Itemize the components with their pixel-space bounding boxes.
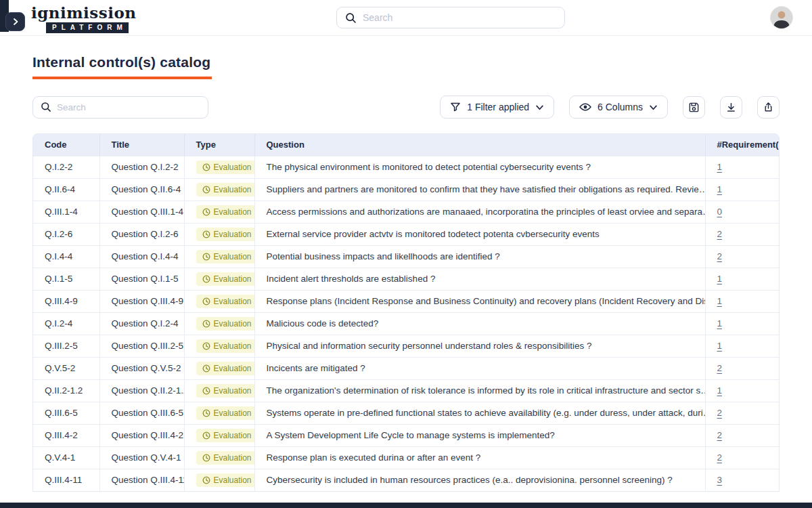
table-row[interactable]: Q.I.2-4 Question Q.I.2-4 Evaluation Mali… — [33, 312, 780, 335]
cell-code: Q.V.5-2 — [33, 357, 99, 379]
clock-icon — [202, 409, 210, 417]
chevron-right-icon — [12, 18, 20, 26]
table-row[interactable]: Q.III.4-9 Question Q.III.4-9 Evaluation … — [33, 290, 780, 312]
cell-title: Question Q.III.6-5 — [99, 402, 184, 424]
cell-requirements: 0 — [705, 200, 780, 223]
requirements-count-link[interactable]: 2 — [717, 452, 723, 463]
cell-code: Q.III.4-2 — [33, 424, 99, 446]
table-row[interactable]: Q.III.4-2 Question Q.III.4-2 Evaluation … — [33, 424, 780, 446]
requirements-count-link[interactable]: 2 — [717, 251, 723, 261]
table-row[interactable]: Q.II.2-1.2 Question Q.II.2-1.2 Evaluatio… — [33, 379, 780, 402]
requirements-count-link[interactable]: 1 — [717, 162, 723, 172]
cell-code: Q.II.2-1.2 — [33, 379, 99, 402]
clock-icon — [202, 454, 210, 462]
requirements-count-link[interactable]: 1 — [717, 296, 723, 306]
save-icon — [688, 102, 700, 113]
cell-requirements: 2 — [705, 223, 780, 245]
cell-title: Question Q.III.4-2 — [99, 424, 184, 446]
table-search[interactable] — [32, 96, 208, 119]
clock-icon — [202, 387, 210, 395]
requirements-count-link[interactable]: 0 — [717, 207, 723, 217]
evaluation-type-badge: Evaluation — [196, 250, 255, 263]
cell-title: Question Q.I.4-4 — [99, 245, 184, 268]
columns-dropdown-button[interactable]: 6 Columns — [569, 96, 668, 119]
share-export-button[interactable] — [757, 96, 780, 119]
cell-type: Evaluation — [184, 290, 254, 312]
sidebar-expand-button[interactable] — [5, 12, 25, 31]
column-header-title[interactable]: Title — [99, 134, 184, 156]
cell-code: Q.I.1-5 — [33, 268, 99, 290]
requirements-count-link[interactable]: 2 — [717, 408, 723, 418]
user-avatar[interactable] — [770, 6, 793, 29]
cell-title: Question Q.III.4-11 — [99, 469, 184, 491]
cell-question: A System Development Life Cycle to manag… — [254, 424, 705, 446]
cell-code: Q.V.4-1 — [33, 446, 99, 469]
evaluation-type-badge: Evaluation — [196, 406, 255, 420]
requirements-count-link[interactable]: 1 — [717, 274, 723, 284]
app-logo[interactable]: ignimission PLATFORM — [31, 5, 137, 33]
main-content: Internal control(s) catalog 1 Filter app… — [0, 36, 812, 492]
table-row[interactable]: Q.III.1-4 Question Q.III.1-4 Evaluation … — [33, 200, 780, 223]
download-button[interactable] — [720, 96, 742, 119]
cell-title: Question Q.I.2-6 — [99, 223, 184, 245]
share-export-icon — [763, 102, 774, 113]
requirements-count-link[interactable]: 1 — [717, 318, 723, 329]
cell-type: Evaluation — [184, 223, 254, 245]
evaluation-type-badge: Evaluation — [196, 272, 255, 286]
table-body: Q.I.2-2 Question Q.I.2-2 Evaluation The … — [33, 156, 780, 491]
clock-icon — [202, 297, 210, 305]
controls-table: Code Title Type Question #Requirement(s)… — [32, 133, 780, 492]
column-header-type[interactable]: Type — [184, 134, 254, 156]
cell-requirements: 2 — [705, 446, 780, 469]
evaluation-type-badge: Evaluation — [196, 473, 255, 487]
cell-type: Evaluation — [184, 357, 254, 379]
table-row[interactable]: Q.III.6-5 Question Q.III.6-5 Evaluation … — [33, 402, 780, 424]
cell-question: Suppliers and partners are monitored to … — [254, 178, 705, 200]
table-row[interactable]: Q.I.4-4 Question Q.I.4-4 Evaluation Pote… — [33, 245, 780, 268]
global-search[interactable] — [336, 7, 565, 28]
table-row[interactable]: Q.I.2-2 Question Q.I.2-2 Evaluation The … — [33, 156, 780, 178]
cell-title: Question Q.III.2-5 — [99, 335, 184, 357]
table-row[interactable]: Q.III.4-11 Question Q.III.4-11 Evaluatio… — [33, 469, 780, 491]
table-row[interactable]: Q.V.5-2 Question Q.V.5-2 Evaluation Inci… — [33, 357, 780, 379]
evaluation-type-badge: Evaluation — [196, 295, 255, 308]
cell-requirements: 3 — [705, 469, 780, 491]
filter-dropdown-button[interactable]: 1 Filter applied — [440, 96, 554, 119]
save-view-button[interactable] — [683, 96, 705, 119]
cell-title: Question Q.V.4-1 — [99, 446, 184, 469]
download-icon — [725, 102, 737, 113]
logo-wordmark: ignimission — [31, 5, 137, 20]
cell-type: Evaluation — [184, 268, 254, 290]
requirements-count-link[interactable]: 1 — [717, 184, 723, 194]
column-header-requirements[interactable]: #Requirement(s) — [705, 134, 780, 156]
column-header-question[interactable]: Question — [254, 134, 705, 156]
evaluation-type-badge: Evaluation — [196, 384, 255, 398]
table-row[interactable]: Q.I.1-5 Question Q.I.1-5 Evaluation Inci… — [33, 268, 780, 290]
cell-title: Question Q.V.5-2 — [99, 357, 184, 379]
column-header-code[interactable]: Code — [33, 134, 99, 156]
table-search-input[interactable] — [57, 102, 200, 112]
table-row[interactable]: Q.II.6-4 Question Q.II.6-4 Evaluation Su… — [33, 178, 780, 200]
cell-code: Q.I.4-4 — [33, 245, 99, 268]
search-icon — [41, 102, 51, 112]
cell-type: Evaluation — [184, 379, 254, 402]
cell-title: Question Q.III.4-9 — [99, 290, 184, 312]
table-row[interactable]: Q.V.4-1 Question Q.V.4-1 Evaluation Resp… — [33, 446, 780, 469]
evaluation-type-badge: Evaluation — [196, 317, 255, 331]
requirements-count-link[interactable]: 2 — [717, 363, 723, 373]
requirements-count-link[interactable]: 1 — [717, 341, 723, 351]
cell-question: Response plans (Incident Response and Bu… — [254, 290, 705, 312]
global-search-input[interactable] — [363, 12, 556, 23]
requirements-count-link[interactable]: 2 — [717, 430, 723, 440]
cell-type: Evaluation — [184, 446, 254, 469]
cell-code: Q.I.2-6 — [33, 223, 99, 245]
table-row[interactable]: Q.III.2-5 Question Q.III.2-5 Evaluation … — [33, 335, 780, 357]
clock-icon — [202, 320, 210, 328]
logo-platform-badge: PLATFORM — [46, 22, 129, 33]
cell-type: Evaluation — [184, 424, 254, 446]
requirements-count-link[interactable]: 3 — [717, 475, 723, 485]
table-row[interactable]: Q.I.2-6 Question Q.I.2-6 Evaluation Exte… — [33, 223, 780, 245]
requirements-count-link[interactable]: 2 — [717, 229, 723, 239]
cell-requirements: 2 — [705, 245, 780, 268]
requirements-count-link[interactable]: 1 — [717, 385, 723, 396]
